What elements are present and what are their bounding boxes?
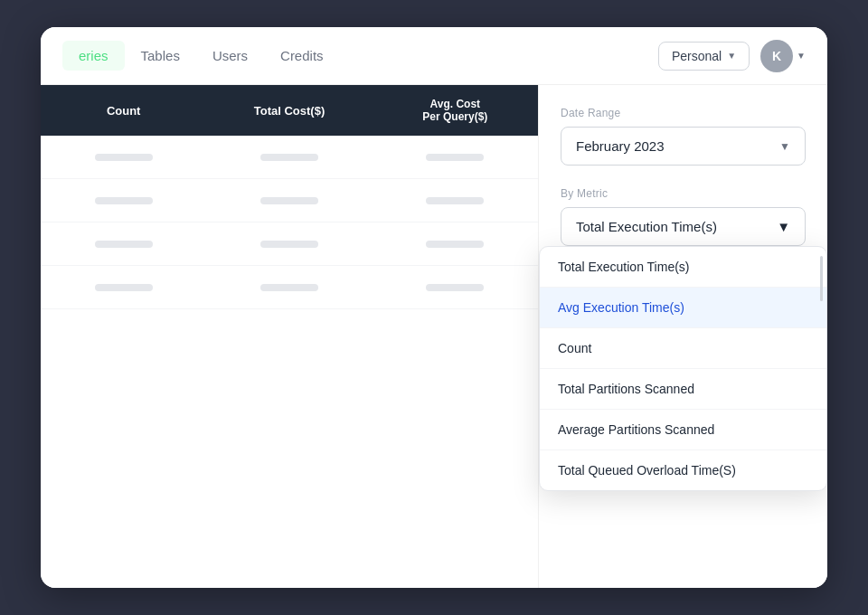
col-count: Count <box>41 104 206 118</box>
cell <box>373 197 538 204</box>
cell-placeholder <box>260 154 318 161</box>
date-range-label: Date Range <box>561 107 806 119</box>
nav-right: Personal ▼ K ▼ <box>658 40 806 72</box>
avatar-initial: K <box>772 49 781 63</box>
cell <box>206 197 372 204</box>
cell-placeholder <box>260 197 318 204</box>
cell <box>206 284 372 291</box>
tab-users[interactable]: Users <box>196 41 264 71</box>
left-panel: Count Total Cost($) Avg. CostPer Query($… <box>41 85 538 588</box>
cell <box>41 154 206 161</box>
by-metric-label: By Metric <box>561 187 806 200</box>
personal-arrow-icon: ▼ <box>727 51 736 61</box>
cell <box>373 154 538 161</box>
metric-option-count[interactable]: Count <box>540 328 826 369</box>
metric-dropdown[interactable]: Total Execution Time(s) ▼ <box>561 207 806 246</box>
cell-placeholder <box>260 241 318 248</box>
tab-tables[interactable]: Tables <box>125 41 196 71</box>
cell-placeholder <box>260 284 318 291</box>
tab-queries[interactable]: eries <box>62 41 125 71</box>
cell-placeholder <box>426 241 484 248</box>
personal-label: Personal <box>672 49 722 63</box>
nav-tabs: eries Tables Users Credits <box>62 41 658 71</box>
metric-option-total-partitions[interactable]: Total Partitions Scanned <box>540 369 826 410</box>
main-card: eries Tables Users Credits Personal ▼ K … <box>41 27 827 588</box>
table-body <box>41 136 538 588</box>
avatar-arrow-icon: ▼ <box>797 51 806 61</box>
date-range-arrow-icon: ▼ <box>779 140 790 153</box>
date-range-value: February 2023 <box>576 138 665 154</box>
cell-placeholder <box>426 197 484 204</box>
cell <box>373 284 538 291</box>
cell-placeholder <box>95 197 153 204</box>
metric-dropdown-popup: Total Execution Time(s) Avg Execution Ti… <box>539 246 827 491</box>
tab-credits[interactable]: Credits <box>264 41 340 71</box>
avatar[interactable]: K <box>760 40 793 72</box>
table-row <box>41 266 538 309</box>
col-avg-cost: Avg. CostPer Query($) <box>373 98 538 123</box>
cell <box>41 284 206 291</box>
cell <box>373 241 538 248</box>
metric-option-total-queued[interactable]: Total Queued Overload Time(S) <box>540 450 826 490</box>
cell <box>41 197 206 204</box>
content-area: Count Total Cost($) Avg. CostPer Query($… <box>41 85 827 588</box>
date-range-dropdown[interactable]: February 2023 ▼ <box>561 127 806 166</box>
cell-placeholder <box>95 241 153 248</box>
right-panel: Date Range February 2023 ▼ By Metric Tot… <box>538 85 827 588</box>
metric-option-avg-partitions[interactable]: Average Partitions Scanned <box>540 410 826 450</box>
table-row <box>41 179 538 222</box>
cell-placeholder <box>95 284 153 291</box>
metric-value: Total Execution Time(s) <box>576 219 717 234</box>
cell-placeholder <box>95 154 153 161</box>
cell-placeholder <box>426 284 484 291</box>
table-row <box>41 222 538 266</box>
table-row <box>41 136 538 179</box>
metric-option-total-execution[interactable]: Total Execution Time(s) <box>540 247 826 288</box>
cell <box>206 154 372 161</box>
personal-dropdown[interactable]: Personal ▼ <box>658 42 750 71</box>
cell-placeholder <box>426 154 484 161</box>
col-total-cost: Total Cost($) <box>206 104 372 118</box>
avatar-wrapper[interactable]: K ▼ <box>760 40 806 72</box>
table-header: Count Total Cost($) Avg. CostPer Query($… <box>41 85 538 136</box>
cell <box>41 241 206 248</box>
metric-arrow-icon: ▼ <box>777 219 790 234</box>
top-nav: eries Tables Users Credits Personal ▼ K … <box>41 27 827 85</box>
metric-option-avg-execution[interactable]: Avg Execution Time(s) <box>540 288 826 328</box>
cell <box>206 241 372 248</box>
